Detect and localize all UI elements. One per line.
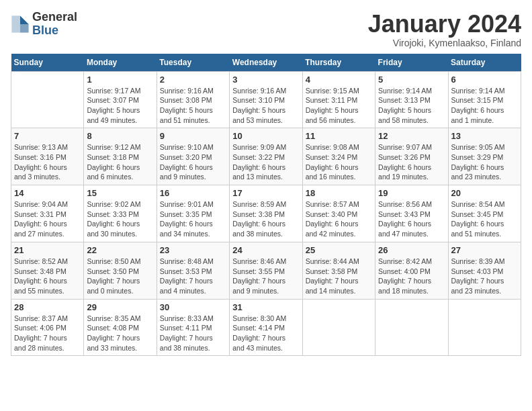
- day-number: 2: [160, 75, 226, 85]
- day-number: 23: [160, 245, 226, 255]
- day-number: 8: [87, 131, 153, 141]
- day-number: 24: [232, 245, 299, 255]
- calendar-cell: 13Sunrise: 9:05 AMSunset: 3:29 PMDayligh…: [448, 128, 521, 185]
- day-info: Sunrise: 8:57 AMSunset: 3:40 PMDaylight:…: [306, 199, 372, 239]
- calendar-cell: 28Sunrise: 8:37 AMSunset: 4:06 PMDayligh…: [11, 299, 84, 356]
- day-info: Sunrise: 8:42 AMSunset: 4:00 PMDaylight:…: [378, 257, 445, 296]
- day-info: Sunrise: 9:01 AMSunset: 3:35 PMDaylight:…: [160, 199, 226, 239]
- day-number: 30: [160, 302, 226, 312]
- day-number: 9: [160, 131, 226, 141]
- calendar-cell: 18Sunrise: 8:57 AMSunset: 3:40 PMDayligh…: [302, 185, 375, 242]
- calendar-cell: 26Sunrise: 8:42 AMSunset: 4:00 PMDayligh…: [375, 242, 448, 299]
- day-number: 26: [378, 245, 445, 255]
- calendar-cell: 7Sunrise: 9:13 AMSunset: 3:16 PMDaylight…: [11, 128, 84, 185]
- calendar-cell: 10Sunrise: 9:09 AMSunset: 3:22 PMDayligh…: [230, 128, 302, 185]
- day-number: 22: [87, 245, 153, 255]
- day-info: Sunrise: 9:02 AMSunset: 3:33 PMDaylight:…: [87, 199, 153, 239]
- day-info: Sunrise: 9:08 AMSunset: 3:24 PMDaylight:…: [306, 142, 372, 182]
- calendar-cell: 14Sunrise: 9:04 AMSunset: 3:31 PMDayligh…: [11, 185, 84, 242]
- title-block: January 2024 Virojoki, Kymenlaakso, Finl…: [368, 11, 521, 48]
- day-info: Sunrise: 9:12 AMSunset: 3:18 PMDaylight:…: [87, 142, 153, 182]
- day-number: 7: [14, 131, 81, 141]
- calendar-cell: 29Sunrise: 8:35 AMSunset: 4:08 PMDayligh…: [84, 299, 157, 356]
- day-number: 28: [14, 302, 81, 312]
- calendar-cell: 3Sunrise: 9:16 AMSunset: 3:10 PMDaylight…: [230, 71, 302, 128]
- day-info: Sunrise: 9:07 AMSunset: 3:26 PMDaylight:…: [378, 142, 445, 182]
- day-number: 16: [160, 188, 226, 198]
- day-number: 21: [14, 245, 81, 255]
- day-number: 10: [232, 131, 299, 141]
- calendar-cell: 22Sunrise: 8:50 AMSunset: 3:50 PMDayligh…: [84, 242, 157, 299]
- calendar-week-row: 28Sunrise: 8:37 AMSunset: 4:06 PMDayligh…: [11, 299, 521, 356]
- day-info: Sunrise: 9:14 AMSunset: 3:15 PMDaylight:…: [451, 86, 518, 126]
- day-info: Sunrise: 8:30 AMSunset: 4:14 PMDaylight:…: [232, 314, 299, 353]
- calendar-cell: 1Sunrise: 9:17 AMSunset: 3:07 PMDaylight…: [84, 71, 157, 128]
- day-number: 12: [378, 131, 445, 141]
- weekday-header: Thursday: [302, 54, 375, 72]
- logo-icon: [11, 15, 30, 34]
- calendar-cell: 21Sunrise: 8:52 AMSunset: 3:48 PMDayligh…: [11, 242, 84, 299]
- day-info: Sunrise: 9:10 AMSunset: 3:20 PMDaylight:…: [160, 142, 226, 182]
- day-number: 25: [306, 245, 372, 255]
- day-number: 31: [232, 302, 299, 312]
- calendar-cell: 5Sunrise: 9:14 AMSunset: 3:13 PMDaylight…: [375, 71, 448, 128]
- day-number: 3: [232, 75, 299, 85]
- day-number: 13: [451, 131, 518, 141]
- calendar-cell: 8Sunrise: 9:12 AMSunset: 3:18 PMDaylight…: [84, 128, 157, 185]
- day-info: Sunrise: 9:16 AMSunset: 3:08 PMDaylight:…: [160, 86, 226, 126]
- day-number: 4: [306, 75, 372, 85]
- calendar-subtitle: Virojoki, Kymenlaakso, Finland: [368, 38, 521, 48]
- svg-rect-2: [11, 15, 20, 32]
- day-info: Sunrise: 8:50 AMSunset: 3:50 PMDaylight:…: [87, 257, 153, 296]
- calendar-week-row: 7Sunrise: 9:13 AMSunset: 3:16 PMDaylight…: [11, 128, 521, 185]
- day-number: 1: [87, 75, 153, 85]
- day-info: Sunrise: 9:16 AMSunset: 3:10 PMDaylight:…: [232, 86, 299, 126]
- day-number: 29: [87, 302, 153, 312]
- day-info: Sunrise: 8:46 AMSunset: 3:55 PMDaylight:…: [232, 257, 299, 296]
- day-info: Sunrise: 9:17 AMSunset: 3:07 PMDaylight:…: [87, 86, 153, 126]
- calendar-cell: 25Sunrise: 8:44 AMSunset: 3:58 PMDayligh…: [302, 242, 375, 299]
- day-number: 11: [306, 131, 372, 141]
- weekday-header-row: SundayMondayTuesdayWednesdayThursdayFrid…: [11, 54, 521, 72]
- day-number: 18: [306, 188, 372, 198]
- calendar-cell: 20Sunrise: 8:54 AMSunset: 3:45 PMDayligh…: [448, 185, 521, 242]
- calendar-cell: 23Sunrise: 8:48 AMSunset: 3:53 PMDayligh…: [157, 242, 229, 299]
- day-info: Sunrise: 8:33 AMSunset: 4:11 PMDaylight:…: [160, 314, 226, 353]
- calendar-cell: [375, 299, 448, 356]
- day-number: 20: [451, 188, 518, 198]
- day-info: Sunrise: 9:05 AMSunset: 3:29 PMDaylight:…: [451, 142, 518, 182]
- day-info: Sunrise: 8:39 AMSunset: 4:03 PMDaylight:…: [451, 257, 518, 296]
- day-info: Sunrise: 9:13 AMSunset: 3:16 PMDaylight:…: [14, 142, 81, 182]
- calendar-cell: 19Sunrise: 8:56 AMSunset: 3:43 PMDayligh…: [375, 185, 448, 242]
- calendar-cell: 2Sunrise: 9:16 AMSunset: 3:08 PMDaylight…: [157, 71, 229, 128]
- calendar-cell: 16Sunrise: 9:01 AMSunset: 3:35 PMDayligh…: [157, 185, 229, 242]
- day-info: Sunrise: 8:59 AMSunset: 3:38 PMDaylight:…: [232, 199, 299, 239]
- day-number: 15: [87, 188, 153, 198]
- calendar-cell: [302, 299, 375, 356]
- day-info: Sunrise: 8:48 AMSunset: 3:53 PMDaylight:…: [160, 257, 226, 296]
- calendar-week-row: 14Sunrise: 9:04 AMSunset: 3:31 PMDayligh…: [11, 185, 521, 242]
- day-info: Sunrise: 8:56 AMSunset: 3:43 PMDaylight:…: [378, 199, 445, 239]
- day-info: Sunrise: 8:44 AMSunset: 3:58 PMDaylight:…: [306, 257, 372, 296]
- weekday-header: Friday: [375, 54, 448, 72]
- weekday-header: Monday: [84, 54, 157, 72]
- day-info: Sunrise: 9:14 AMSunset: 3:13 PMDaylight:…: [378, 86, 445, 126]
- day-number: 19: [378, 188, 445, 198]
- calendar-cell: 4Sunrise: 9:15 AMSunset: 3:11 PMDaylight…: [302, 71, 375, 128]
- day-info: Sunrise: 8:35 AMSunset: 4:08 PMDaylight:…: [87, 314, 153, 353]
- day-info: Sunrise: 9:04 AMSunset: 3:31 PMDaylight:…: [14, 199, 81, 239]
- calendar-cell: 17Sunrise: 8:59 AMSunset: 3:38 PMDayligh…: [230, 185, 302, 242]
- day-number: 27: [451, 245, 518, 255]
- svg-marker-1: [20, 24, 29, 33]
- calendar-table: SundayMondayTuesdayWednesdayThursdayFrid…: [11, 54, 521, 357]
- logo: General Blue: [11, 11, 77, 38]
- calendar-cell: 6Sunrise: 9:14 AMSunset: 3:15 PMDaylight…: [448, 71, 521, 128]
- calendar-cell: 30Sunrise: 8:33 AMSunset: 4:11 PMDayligh…: [157, 299, 229, 356]
- calendar-week-row: 1Sunrise: 9:17 AMSunset: 3:07 PMDaylight…: [11, 71, 521, 128]
- day-number: 6: [451, 75, 518, 85]
- day-info: Sunrise: 8:52 AMSunset: 3:48 PMDaylight:…: [14, 257, 81, 296]
- day-number: 5: [378, 75, 445, 85]
- calendar-week-row: 21Sunrise: 8:52 AMSunset: 3:48 PMDayligh…: [11, 242, 521, 299]
- day-info: Sunrise: 9:15 AMSunset: 3:11 PMDaylight:…: [306, 86, 372, 126]
- calendar-cell: 12Sunrise: 9:07 AMSunset: 3:26 PMDayligh…: [375, 128, 448, 185]
